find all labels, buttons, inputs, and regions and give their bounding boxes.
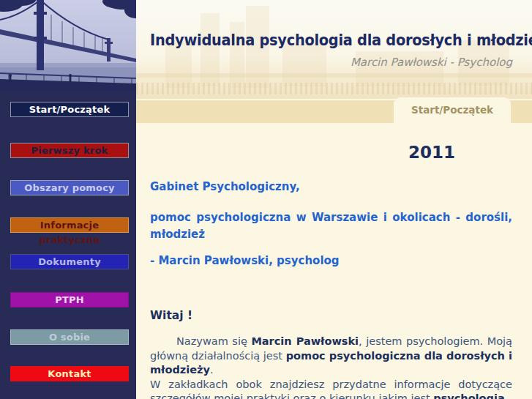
sidebar-item-dokumenty[interactable]: Dokumenty: [10, 254, 129, 269]
intro-paragraph: Nazywam się Marcin Pawłowski, jestem psy…: [150, 335, 512, 399]
sidebar: Start/Początek Pierwszy krok Obszary pom…: [0, 0, 136, 399]
page-subtitle: Marcin Pawłowski - Psycholog: [351, 56, 512, 69]
sidebar-item-obszary-pomocy[interactable]: Obszary pomocy: [10, 180, 129, 195]
sidebar-item-o-sobie[interactable]: O sobie: [10, 329, 129, 345]
sidebar-item-informacje-praktyczne[interactable]: Informacje praktyczne: [10, 217, 129, 233]
gabinet-line: Gabinet Psychologiczny,: [150, 180, 512, 193]
main-column: Indywidualna psychologia dla dorosłych i…: [136, 0, 532, 399]
marcin-line: - Marcin Pawłowski, psycholog: [150, 254, 512, 267]
sidebar-item-pierwszy-krok[interactable]: Pierwszy krok: [10, 143, 129, 158]
bridge-photo: [0, 0, 136, 92]
sidebar-item-ptph[interactable]: PTPH: [10, 292, 129, 307]
content-area: 2011 Gabinet Psychologiczny, pomoc psych…: [136, 123, 532, 399]
railing-texture: [136, 83, 532, 94]
year-heading: 2011: [150, 143, 455, 162]
page-title: Indywidualna psychologia dla dorosłych i…: [150, 31, 532, 49]
greeting: Witaj !: [150, 309, 512, 322]
page-header: Indywidualna psychologia dla dorosłych i…: [136, 0, 532, 99]
sidebar-item-kontakt[interactable]: Kontakt: [10, 366, 129, 381]
pomoc-line: pomoc psychologiczna w Warszawie i okoli…: [150, 209, 512, 243]
sidebar-item-start[interactable]: Start/Początek: [10, 102, 129, 117]
tab-start-poczatek[interactable]: Start/Początek: [394, 97, 511, 123]
